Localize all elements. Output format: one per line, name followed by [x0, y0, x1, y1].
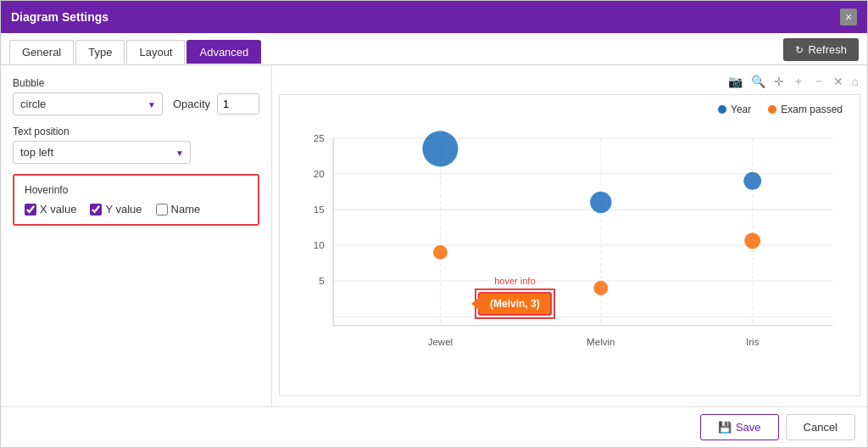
x-value-checkbox[interactable] — [25, 204, 36, 216]
zoom-in-icon-btn[interactable]: 🔍 — [749, 72, 767, 91]
refresh-button[interactable]: ↻ Refresh — [783, 38, 859, 61]
svg-text:Iris: Iris — [746, 337, 760, 347]
refresh-icon: ↻ — [795, 44, 804, 56]
minus-icon-btn[interactable]: － — [811, 72, 826, 91]
name-label: Name — [171, 203, 201, 216]
name-checkbox-item[interactable]: Name — [156, 203, 201, 216]
text-position-group: Text position top left top right bottom … — [13, 126, 259, 164]
tab-layout[interactable]: Layout — [126, 40, 185, 64]
opacity-input[interactable] — [217, 93, 259, 115]
tab-general[interactable]: General — [9, 40, 74, 64]
chart-legend: Year Exam passed — [718, 104, 843, 115]
home-icon-btn[interactable]: ⌂ — [850, 72, 860, 91]
chart-area: Year Exam passed — [279, 94, 860, 396]
bubble-melvin-year[interactable] — [590, 192, 611, 213]
reset-icon-btn[interactable]: ✕ — [832, 72, 845, 91]
right-panel: 📷 🔍 ✛ ＋ － ✕ ⌂ Year Exam pas — [272, 65, 867, 406]
tab-type[interactable]: Type — [75, 40, 125, 64]
x-value-label: X value — [40, 203, 76, 216]
hover-tooltip-container: hover info (Melvin, 3) — [475, 276, 555, 319]
save-label: Save — [736, 421, 761, 434]
camera-icon-btn[interactable]: 📷 — [726, 72, 744, 91]
hover-bubble: (Melvin, 3) — [478, 292, 552, 316]
title-bar: Diagram Settings × — [1, 1, 867, 33]
bubble-select-wrapper: circle square diamond ▼ — [13, 92, 163, 115]
svg-text:15: 15 — [314, 204, 325, 215]
svg-text:10: 10 — [314, 240, 325, 250]
chart-toolbar: 📷 🔍 ✛ ＋ － ✕ ⌂ — [279, 72, 860, 91]
hover-tooltip-text: (Melvin, 3) — [490, 298, 540, 310]
svg-text:5: 5 — [319, 276, 324, 286]
y-value-checkbox-item[interactable]: Y value — [90, 203, 142, 216]
bubble-jewel-exam[interactable] — [433, 245, 448, 260]
svg-text:20: 20 — [314, 169, 325, 179]
main-content: Bubble circle square diamond ▼ Opacity — [1, 65, 867, 406]
bottom-bar: 💾 Save Cancel — [1, 406, 867, 447]
year-dot — [718, 105, 726, 114]
left-panel: Bubble circle square diamond ▼ Opacity — [1, 65, 272, 406]
bubble-melvin-exam[interactable] — [593, 281, 608, 295]
opacity-label: Opacity — [173, 98, 210, 110]
name-checkbox[interactable] — [156, 204, 168, 216]
chart-svg: 25 20 15 10 5 Jewel Melvin Iris — [280, 95, 860, 395]
text-position-label: Text position — [13, 126, 259, 137]
bubble-iris-exam[interactable] — [744, 232, 760, 249]
exam-dot — [768, 105, 776, 114]
refresh-label: Refresh — [808, 43, 847, 56]
move-icon-btn[interactable]: ✛ — [772, 72, 786, 91]
y-value-checkbox[interactable] — [90, 204, 102, 216]
exam-label: Exam passed — [781, 104, 843, 115]
bubble-select[interactable]: circle square diamond — [13, 92, 163, 115]
year-label: Year — [731, 104, 751, 115]
bubble-iris-year[interactable] — [743, 172, 761, 190]
dialog-title: Diagram Settings — [11, 10, 108, 24]
tab-bar: General Type Layout Advanced ↻ Refresh — [1, 33, 867, 65]
text-position-select-wrapper: top left top right bottom left bottom ri… — [13, 141, 191, 164]
hover-info-label: hover info — [475, 276, 555, 286]
bubble-label: Bubble — [13, 77, 259, 89]
hoverinfo-box: Hoverinfo X value Y value Name — [13, 174, 259, 226]
bubble-group: Bubble circle square diamond ▼ Opacity — [13, 77, 259, 115]
legend-exam: Exam passed — [768, 104, 843, 115]
legend-year: Year — [718, 104, 751, 115]
save-icon: 💾 — [718, 421, 732, 434]
y-value-label: Y value — [105, 203, 142, 216]
cancel-button[interactable]: Cancel — [786, 414, 855, 440]
svg-text:Melvin: Melvin — [587, 337, 615, 347]
text-position-select[interactable]: top left top right bottom left bottom ri… — [13, 141, 191, 164]
save-button[interactable]: 💾 Save — [700, 414, 779, 440]
hoverinfo-label: Hoverinfo — [25, 184, 248, 196]
svg-text:25: 25 — [314, 133, 325, 143]
dialog-container: Diagram Settings × General Type Layout A… — [0, 0, 868, 448]
svg-text:Jewel: Jewel — [428, 337, 453, 347]
opacity-row: Opacity — [173, 93, 259, 115]
plus-icon-btn[interactable]: ＋ — [791, 72, 806, 91]
close-button[interactable]: × — [840, 8, 857, 25]
bubble-jewel-year[interactable] — [422, 131, 458, 166]
x-value-checkbox-item[interactable]: X value — [25, 203, 76, 216]
tab-advanced[interactable]: Advanced — [186, 40, 261, 64]
checkbox-row: X value Y value Name — [25, 203, 248, 216]
hover-tooltip-border: (Melvin, 3) — [475, 288, 555, 319]
